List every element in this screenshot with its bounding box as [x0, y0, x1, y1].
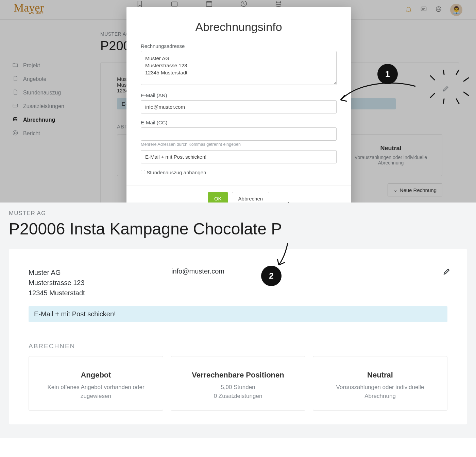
attach-hours-checkbox[interactable]: Stundenauszug anhängen	[141, 170, 337, 175]
billing-email: info@muster.com	[171, 267, 447, 298]
modal-title: Abrechnungsinfo	[141, 20, 337, 34]
billing-address: Muster AG Musterstrasse 123 12345 Muster…	[29, 267, 171, 298]
address-textarea[interactable]	[141, 51, 337, 85]
breadcrumb: MUSTER AG	[9, 210, 467, 217]
billing-card: Muster AG Musterstrasse 123 12345 Muster…	[9, 249, 467, 424]
page-title: P20006 Insta Kampagne Chocolate P	[9, 219, 467, 238]
svg-line-15	[443, 99, 444, 104]
checkbox-label: Stundenauszug anhängen	[147, 170, 206, 175]
modal-footer: OK Abbrechen	[126, 186, 351, 203]
annotation-arrow-1	[337, 76, 419, 113]
cancel-button[interactable]: Abbrechen	[232, 192, 270, 203]
svg-line-17	[464, 92, 469, 95]
annotation-arrow-2	[276, 202, 303, 203]
bill-card-positions[interactable]: Verrechenbare Positionen 5,00 Stunden0 Z…	[171, 356, 305, 411]
pencil-icon[interactable]	[442, 85, 449, 94]
note-input[interactable]	[141, 150, 337, 163]
email-cc-label: E-Mail (CC)	[141, 120, 337, 125]
annotation-badge-2: 2	[261, 266, 282, 286]
annotation-arrow-2-head	[272, 243, 299, 270]
edit-button[interactable]	[443, 267, 451, 277]
email-an-input[interactable]	[141, 100, 337, 113]
ok-button[interactable]: OK	[208, 192, 228, 203]
billing-note: E-Mail + mit Post schicken!	[29, 306, 447, 322]
svg-line-14	[430, 93, 435, 98]
svg-line-16	[456, 99, 459, 104]
app-screenshot-top: Mayer & More 👨‍💼 Projekt Angebote Stunde…	[0, 0, 476, 203]
checkbox-input[interactable]	[141, 170, 145, 174]
email-cc-hint: Mehrere Adressen durch Kommas getrennt e…	[141, 142, 337, 147]
addr-line: Muster AG	[29, 267, 171, 278]
bill-card-angebot[interactable]: Angebot Kein offenes Angebot vorhanden o…	[29, 356, 163, 411]
card-title: Verrechenbare Positionen	[178, 371, 298, 380]
section-abrechnen: ABRECHNEN	[29, 342, 447, 350]
email-cc-input[interactable]	[141, 127, 337, 141]
card-sub: Kein offenes Angebot vorhanden oder zuge…	[36, 383, 156, 400]
addr-line: 12345 Musterstadt	[29, 288, 171, 298]
card-title: Angebot	[36, 371, 156, 380]
card-title: Neutral	[320, 371, 440, 380]
bill-card-neutral[interactable]: Neutral Vorauszahlungen oder individuell…	[313, 356, 447, 411]
svg-line-12	[456, 70, 459, 74]
card-line: 5,00 Stunden	[221, 384, 255, 390]
svg-line-10	[430, 76, 435, 80]
card-sub: Vorauszahlungen oder individuelle Abrech…	[320, 383, 440, 400]
svg-line-11	[443, 70, 444, 74]
address-label: Rechnungsadresse	[141, 43, 337, 49]
card-line: 0 Zusatzleistungen	[214, 393, 262, 399]
addr-line: Musterstrasse 123	[29, 278, 171, 288]
email-an-label: E-Mail (AN)	[141, 92, 337, 98]
app-screenshot-bottom: MUSTER AG P20006 Insta Kampagne Chocolat…	[0, 203, 476, 438]
svg-line-13	[464, 78, 469, 81]
billing-info-modal: Abrechnungsinfo Rechnungsadresse E-Mail …	[126, 7, 351, 203]
